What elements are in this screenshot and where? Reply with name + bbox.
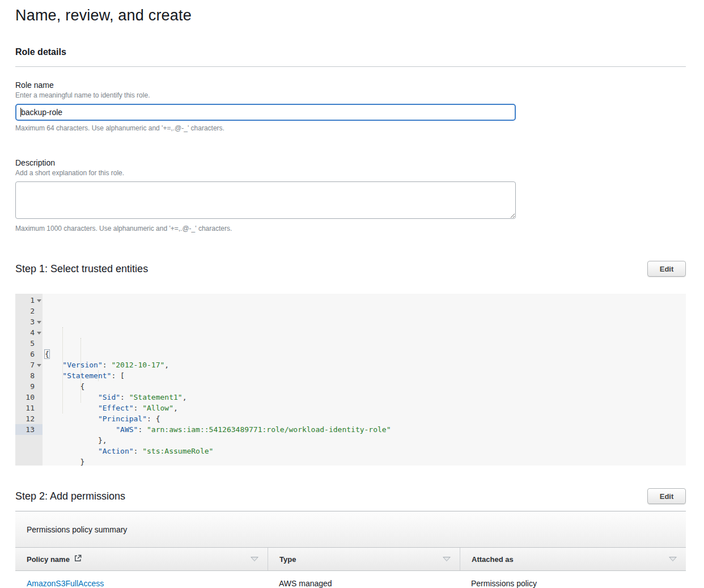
code-line: "Action": "sts:AssumeRole"	[43, 446, 686, 456]
fold-caret-icon[interactable]	[37, 332, 41, 335]
trust-policy-code-editor[interactable]: 12345678910111213 { "Version": "2012-10-…	[15, 294, 686, 466]
code-line: }	[43, 456, 686, 466]
line-number: 9	[15, 381, 43, 392]
line-number: 13	[15, 424, 43, 435]
code-line: "Sid": "Statement1",	[43, 392, 686, 403]
code-line: },	[43, 435, 686, 446]
filter-dropdown-icon[interactable]	[251, 557, 258, 561]
line-number: 12	[15, 413, 43, 424]
line-number: 2	[15, 306, 43, 316]
column-header-policy-name: Policy name	[15, 548, 268, 570]
column-label: Type	[279, 555, 296, 564]
line-number: 3	[15, 316, 43, 327]
description-label: Description	[15, 158, 686, 167]
column-header-attached-as: Attached as	[460, 548, 686, 570]
code-line: {	[43, 381, 686, 392]
role-name-label: Role name	[15, 81, 686, 90]
policy-name-link[interactable]: AmazonS3FullAccess	[27, 579, 104, 588]
line-number: 7	[15, 359, 43, 370]
permissions-policy-table: Policy name Type Attached as	[15, 547, 686, 588]
policy-name-cell: AmazonS3FullAccess	[15, 579, 268, 588]
step1-header-row: Step 1: Select trusted entities Edit	[15, 261, 686, 277]
code-line: "Statement": [	[43, 370, 686, 381]
table-header-row: Policy name Type Attached as	[15, 547, 686, 571]
step2-edit-button[interactable]: Edit	[647, 488, 686, 504]
description-hint: Add a short explanation for this role.	[15, 169, 686, 177]
code-line: "Effect": "Allow",	[43, 403, 686, 413]
code-line: {	[43, 349, 686, 359]
editor-code-area: { "Version": "2012-10-17", "Statement": …	[43, 294, 686, 466]
editor-line-number-gutter: 12345678910111213	[15, 294, 43, 466]
external-link-icon	[74, 555, 82, 564]
role-name-constraint: Maximum 64 characters. Use alphanumeric …	[15, 124, 686, 132]
description-constraint: Maximum 1000 characters. Use alphanumeri…	[15, 225, 686, 232]
section-divider	[15, 66, 686, 67]
role-details-heading: Role details	[15, 47, 686, 57]
page-title: Name, review, and create	[15, 7, 686, 24]
line-number: 6	[15, 349, 43, 359]
fold-caret-icon[interactable]	[37, 321, 41, 324]
policy-table-row: AmazonS3FullAccess AWS managed Permissio…	[15, 571, 686, 588]
page-container: Name, review, and create Role details Ro…	[0, 7, 704, 588]
line-number: 5	[15, 338, 43, 349]
permissions-summary-panel: Permissions policy summary Policy name	[15, 511, 686, 588]
policy-type-cell: AWS managed	[268, 579, 460, 588]
line-number: 8	[15, 370, 43, 381]
code-line: "Version": "2012-10-17",	[43, 359, 686, 370]
step1-heading: Step 1: Select trusted entities	[15, 263, 148, 275]
line-number: 1	[15, 295, 43, 306]
step2-header-row: Step 2: Add permissions Edit	[15, 488, 686, 504]
line-number: 10	[15, 392, 43, 403]
filter-dropdown-icon[interactable]	[669, 557, 677, 561]
step2-heading: Step 2: Add permissions	[15, 490, 125, 502]
code-line: "Principal": {	[43, 413, 686, 424]
filter-dropdown-icon[interactable]	[443, 557, 451, 561]
text-cursor	[20, 108, 21, 117]
role-name-hint: Enter a meaningful name to identify this…	[15, 91, 686, 99]
description-input[interactable]	[15, 181, 516, 219]
role-name-input[interactable]	[15, 104, 516, 121]
role-name-input-wrap	[15, 104, 516, 121]
column-label: Attached as	[472, 555, 514, 564]
panel-title: Permissions policy summary	[15, 511, 686, 547]
policy-attached-as-cell: Permissions policy	[460, 579, 686, 588]
fold-caret-icon[interactable]	[37, 364, 41, 367]
line-number: 11	[15, 403, 43, 413]
step1-edit-button[interactable]: Edit	[647, 261, 686, 277]
line-number: 4	[15, 327, 43, 338]
code-line: "AWS": "arn:aws:iam::541263489771:role/w…	[43, 424, 686, 435]
column-label: Policy name	[27, 555, 70, 564]
column-header-type: Type	[268, 548, 460, 570]
fold-caret-icon[interactable]	[37, 299, 41, 302]
